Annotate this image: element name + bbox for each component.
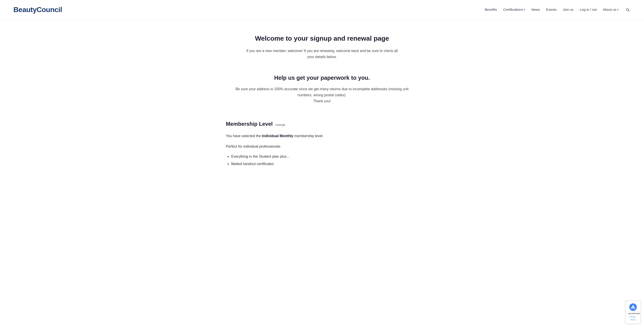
paperwork-title: Help us get your paperwork to you.	[226, 73, 418, 82]
site-logo[interactable]: BeautyCouncil	[14, 4, 62, 15]
membership-level-name: Individual Monthly	[262, 134, 293, 138]
welcome-title: Welcome to your signup and renewal page	[226, 33, 418, 43]
nav-item-join-us[interactable]: Join us	[563, 7, 574, 12]
paperwork-text: Be sure your address is 100% accurate si…	[232, 86, 412, 104]
paperwork-line1: Be sure your address is 100% accurate si…	[236, 87, 408, 97]
about-us-chevron-icon: ▾	[617, 8, 618, 12]
main-content: Welcome to your signup and renewal page …	[222, 20, 422, 177]
nav-item-benefits[interactable]: Benefits	[485, 7, 497, 12]
main-nav: Benefits Certifications ▾ News Events Jo…	[485, 7, 630, 12]
certifications-chevron-icon: ▾	[524, 8, 525, 12]
nav-item-news[interactable]: News	[531, 7, 540, 12]
nav-item-login[interactable]: Log in / out	[580, 7, 596, 12]
paperwork-line2: Thank you!	[313, 99, 331, 103]
membership-header: Membership Level change	[226, 120, 418, 128]
search-icon	[626, 8, 630, 12]
nav-item-about-us[interactable]: About us ▾	[603, 7, 618, 12]
list-item: Everything in the Student plan plus...	[231, 153, 418, 159]
list-item: Mailed handout certificates	[231, 161, 418, 167]
membership-selected-text: You have selected the Individual Monthly…	[226, 133, 418, 139]
membership-features-list: Everything in the Student plan plus... M…	[226, 153, 418, 167]
nav-item-events[interactable]: Events	[546, 7, 556, 12]
site-header: BeautyCouncil Benefits Certifications ▾ …	[0, 0, 644, 20]
membership-section: Membership Level change You have selecte…	[226, 120, 418, 167]
svg-line-1	[628, 10, 629, 11]
paperwork-section: Help us get your paperwork to you. Be su…	[226, 73, 418, 104]
change-membership-link[interactable]: change	[275, 122, 285, 127]
welcome-subtitle: If you are a new member, welcome! If you…	[244, 48, 400, 60]
search-button[interactable]	[625, 7, 630, 12]
membership-level-title: Membership Level	[226, 120, 272, 128]
membership-description: Perfect for individual professionals	[226, 143, 418, 149]
welcome-section: Welcome to your signup and renewal page …	[226, 33, 418, 60]
nav-item-certifications[interactable]: Certifications ▾	[503, 7, 525, 12]
